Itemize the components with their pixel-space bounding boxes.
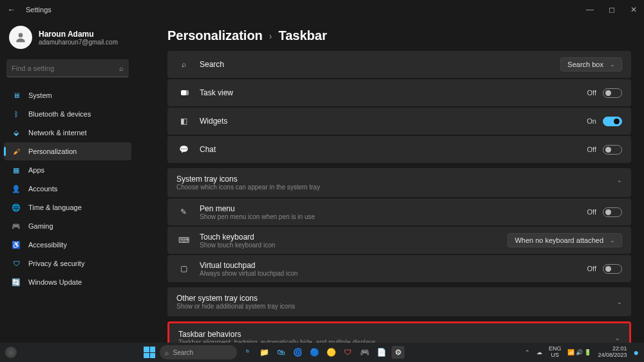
search-input-wrap[interactable]: ⌕: [6, 59, 129, 77]
xbox-icon[interactable]: 🎮: [358, 346, 371, 359]
maximize-button[interactable]: ◻: [607, 5, 617, 14]
chevron-up-icon[interactable]: ⌃: [617, 180, 622, 186]
user-name: Haroun Adamu: [39, 30, 118, 39]
system-tray-header[interactable]: System tray icons Choose which icons can…: [167, 168, 631, 197]
chevron-down-icon[interactable]: ⌄: [615, 335, 620, 341]
titlebar: ← Settings — ◻ ✕: [0, 0, 644, 19]
taskview-toggle[interactable]: [603, 88, 622, 98]
notifications-icon[interactable]: ●: [634, 347, 639, 357]
sidebar-item-accounts[interactable]: 👤Accounts: [4, 180, 131, 198]
weather-widget[interactable]: [5, 347, 17, 358]
row-chat[interactable]: 💬 Chat Off: [167, 136, 631, 163]
breadcrumb-parent[interactable]: Personalization: [167, 28, 263, 43]
nav-list: 🖥System ᛒBluetooth & devices ⬙Network & …: [4, 86, 131, 291]
window-title: Settings: [26, 6, 52, 14]
system-tray[interactable]: 📶 🔊 🔋: [567, 349, 591, 356]
bing-icon[interactable]: ᵇ: [241, 346, 254, 359]
chevron-down-icon: ⌄: [610, 61, 615, 68]
update-icon: 🔄: [10, 278, 22, 287]
row-taskview[interactable]: Task view Off: [167, 79, 631, 106]
chevron-down-icon: ⌄: [610, 237, 615, 243]
wifi-icon: 📶: [567, 349, 574, 356]
tray-cloud-icon[interactable]: ☁: [536, 349, 542, 356]
search-dropdown[interactable]: Search box⌄: [560, 57, 622, 71]
os-taskbar: ⌕Search ᵇ 📁 🛍 🌀 🔵 🟡 🛡 🎮 📄 ⚙ ⌃ ☁ ENGUS 📶 …: [0, 343, 644, 362]
pdf-icon[interactable]: 📄: [375, 346, 388, 359]
settings-icon[interactable]: ⚙: [392, 346, 404, 359]
widgets-icon: ◧: [176, 117, 191, 126]
chrome-icon[interactable]: 🔵: [308, 346, 321, 359]
clock[interactable]: 22:0124/08/2023: [598, 346, 627, 359]
pen-toggle[interactable]: [603, 207, 622, 217]
accessibility-icon: ♿: [10, 240, 22, 249]
main-content: Personalization › Taskbar ⌕ Search Searc…: [135, 19, 644, 343]
chat-icon: 💬: [176, 145, 191, 154]
back-button[interactable]: ←: [5, 3, 18, 16]
store-icon[interactable]: 🛍: [274, 346, 287, 359]
search-icon: ⌕: [119, 64, 124, 72]
system-tray-section: System tray icons Choose which icons can…: [167, 168, 631, 282]
other-tray-section: Other system tray icons Show or hide add…: [167, 287, 631, 316]
sidebar-item-update[interactable]: 🔄Windows Update: [4, 273, 131, 291]
row-search[interactable]: ⌕ Search Search box⌄: [167, 51, 631, 78]
sidebar-item-privacy[interactable]: 🛡Privacy & security: [4, 254, 131, 272]
keyboard-icon: ⌨: [176, 236, 191, 245]
browser-icon[interactable]: 🌀: [291, 346, 304, 359]
row-touch-keyboard[interactable]: ⌨ Touch keyboardShow touch keyboard icon…: [167, 227, 631, 254]
taskview-icon: [176, 90, 191, 95]
globe-icon: 🌐: [10, 203, 22, 212]
taskbar-items-group: ⌕ Search Search box⌄ Task view Off ◧ Wid…: [167, 51, 631, 163]
minimize-button[interactable]: —: [585, 5, 595, 14]
search-icon: ⌕: [165, 349, 169, 356]
system-icon: 🖥: [10, 91, 22, 100]
sidebar-item-accessibility[interactable]: ♿Accessibility: [4, 236, 131, 254]
window-controls: — ◻ ✕: [585, 5, 639, 14]
security-icon[interactable]: 🛡: [341, 346, 354, 359]
explorer-icon[interactable]: 📁: [258, 346, 270, 359]
chevron-down-icon[interactable]: ⌄: [617, 299, 622, 305]
touch-keyboard-dropdown[interactable]: When no keyboard attached⌄: [507, 233, 622, 247]
taskbar-behaviors-header[interactable]: Taskbar behaviors Taskbar alignment, bad…: [167, 321, 631, 343]
user-profile[interactable]: Haroun Adamu adamuharoun7@gmail.com: [4, 22, 131, 53]
page-title: Taskbar: [278, 28, 327, 43]
bluetooth-icon: ᛒ: [10, 110, 22, 119]
touchpad-toggle[interactable]: [603, 264, 622, 274]
sidebar-item-network[interactable]: ⬙Network & internet: [4, 124, 131, 142]
search-input[interactable]: [12, 64, 119, 72]
sidebar: Haroun Adamu adamuharoun7@gmail.com ⌕ 🖥S…: [0, 19, 135, 343]
row-widgets[interactable]: ◧ Widgets On: [167, 108, 631, 135]
chevron-right-icon: ›: [269, 31, 272, 41]
sidebar-item-personalization[interactable]: 🖌Personalization: [4, 142, 131, 160]
avatar: [9, 26, 32, 49]
chat-toggle[interactable]: [603, 145, 622, 155]
wifi-icon: ⬙: [10, 128, 22, 137]
shield-icon: 🛡: [10, 259, 22, 268]
sidebar-item-bluetooth[interactable]: ᛒBluetooth & devices: [4, 105, 131, 123]
apps-icon: ▦: [10, 166, 22, 175]
svg-point-0: [19, 33, 23, 37]
language-switcher[interactable]: ENGUS: [549, 346, 562, 359]
user-email: adamuharoun7@gmail.com: [39, 39, 118, 46]
taskbar-behaviors-section: Taskbar behaviors Taskbar alignment, bad…: [167, 321, 631, 343]
pen-icon: ✎: [176, 207, 191, 216]
widgets-toggle[interactable]: [603, 117, 622, 126]
battery-icon: 🔋: [584, 349, 591, 356]
other-tray-header[interactable]: Other system tray icons Show or hide add…: [167, 287, 631, 316]
search-icon: ⌕: [176, 60, 191, 69]
brush-icon: 🖌: [10, 147, 22, 156]
tray-chevron-icon[interactable]: ⌃: [525, 349, 530, 356]
sidebar-item-system[interactable]: 🖥System: [4, 86, 131, 104]
row-virtual-touchpad[interactable]: ▢ Virtual touchpadAlways show virtual to…: [167, 255, 631, 282]
sidebar-item-gaming[interactable]: 🎮Gaming: [4, 217, 131, 235]
close-button[interactable]: ✕: [629, 5, 639, 14]
person-icon: 👤: [10, 184, 22, 193]
touchpad-icon: ▢: [176, 264, 191, 273]
game-icon: 🎮: [10, 222, 22, 231]
start-button[interactable]: [143, 346, 156, 359]
breadcrumb: Personalization › Taskbar: [167, 28, 631, 43]
row-pen-menu[interactable]: ✎ Pen menuShow pen menu icon when pen is…: [167, 198, 631, 225]
chrome2-icon[interactable]: 🟡: [325, 346, 337, 359]
sidebar-item-time[interactable]: 🌐Time & language: [4, 198, 131, 216]
sidebar-item-apps[interactable]: ▦Apps: [4, 161, 131, 179]
taskbar-search[interactable]: ⌕Search: [160, 345, 237, 359]
